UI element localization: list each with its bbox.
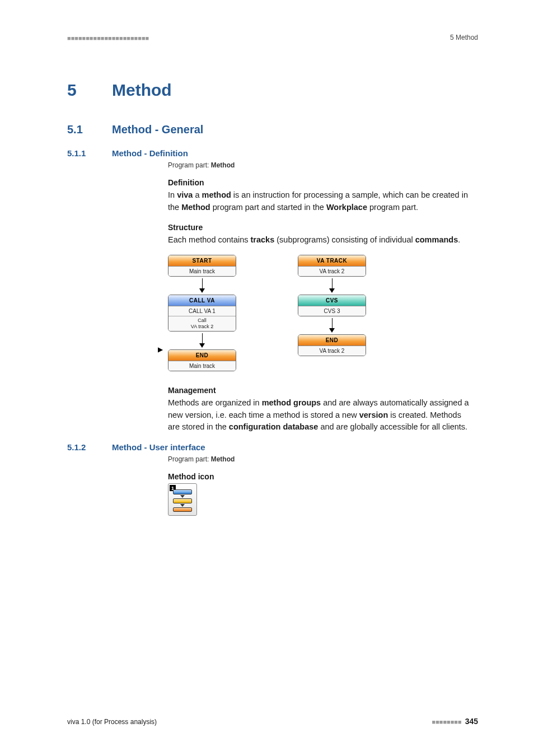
block-start: START Main track <box>168 255 236 277</box>
block-end-left-head: END <box>168 350 236 361</box>
page-number: 345 <box>465 717 478 726</box>
arrow-down-icon <box>329 318 335 333</box>
heading-method-icon: Method icon <box>168 472 472 481</box>
block-cvs: CVS CVS 3 <box>298 295 366 316</box>
method-icon-bar <box>173 507 192 512</box>
subsection1-number: 5.1.1 <box>67 148 86 158</box>
header-dashes: ■■■■■■■■■■■■■■■■■■■■■■ <box>67 35 149 41</box>
block-cvs-head: CVS <box>298 295 366 306</box>
arrow-down-icon <box>199 333 205 348</box>
arrow-down-icon <box>180 495 185 498</box>
chapter-number: 5 <box>67 81 77 99</box>
arrow-down-icon <box>199 278 205 293</box>
para-definition: In viva a method is an instruction for p… <box>168 189 472 214</box>
method-icon-bar <box>173 498 192 503</box>
heading-structure: Structure <box>168 223 472 232</box>
block-cvs-sub: CVS 3 <box>298 306 366 316</box>
para-management: Methods are organized in method groups a… <box>168 397 472 433</box>
arrow-down-icon <box>180 504 185 507</box>
header-right: 5 Method <box>450 34 478 41</box>
block-start-sub: Main track <box>168 267 236 276</box>
program-part-label: Program part: <box>168 161 211 169</box>
section-title: Method - General <box>112 123 478 136</box>
footer-dashes: ■■■■■■■■ <box>432 718 461 725</box>
block-call-va: CALL VA CALL VA 1 Call VA track 2 <box>168 295 236 332</box>
block-va-track: VA TRACK VA track 2 <box>298 255 366 277</box>
flowchart-diagram: ▶ START Main track CALL VA CALL VA 1 Cal… <box>168 255 472 371</box>
footer-left: viva 1.0 (for Process analysis) <box>67 718 157 726</box>
heading-definition: Definition <box>168 178 472 187</box>
program-part-1: Program part: Method <box>168 161 472 169</box>
flowchart-left-track: ▶ START Main track CALL VA CALL VA 1 Cal… <box>168 255 236 371</box>
method-icon: 1 <box>168 483 197 516</box>
block-call-extra: Call VA track 2 <box>168 316 236 331</box>
block-va-track-head: VA TRACK <box>298 255 366 267</box>
section-number: 5.1 <box>67 123 83 136</box>
block-end-left: END Main track <box>168 349 236 371</box>
block-va-track-sub: VA track 2 <box>298 267 366 276</box>
play-marker-icon: ▶ <box>158 346 163 353</box>
program-part-2: Program part: Method <box>168 455 472 463</box>
subsection2-number: 5.1.2 <box>67 442 86 452</box>
block-end-right: END VA track 2 <box>298 334 366 356</box>
block-end-left-sub: Main track <box>168 361 236 371</box>
program-part-value: Method <box>211 455 235 463</box>
block-call-head: CALL VA <box>168 295 236 306</box>
block-end-right-sub: VA track 2 <box>298 346 366 356</box>
block-end-right-head: END <box>298 335 366 346</box>
block-start-head: START <box>168 255 236 267</box>
program-part-value: Method <box>211 161 235 169</box>
chapter-title: Method <box>112 81 478 100</box>
flowchart-right-track: VA TRACK VA track 2 CVS CVS 3 END VA tra… <box>298 255 366 371</box>
heading-management: Management <box>168 386 472 395</box>
arrow-down-icon <box>329 278 335 293</box>
subsection1-title: Method - Definition <box>112 148 478 158</box>
program-part-label: Program part: <box>168 455 211 463</box>
block-call-sub: CALL VA 1 <box>168 306 236 316</box>
para-structure: Each method contains tracks (subprograms… <box>168 234 472 246</box>
subsection2-title: Method - User interface <box>112 442 478 452</box>
method-icon-bar <box>173 489 192 494</box>
